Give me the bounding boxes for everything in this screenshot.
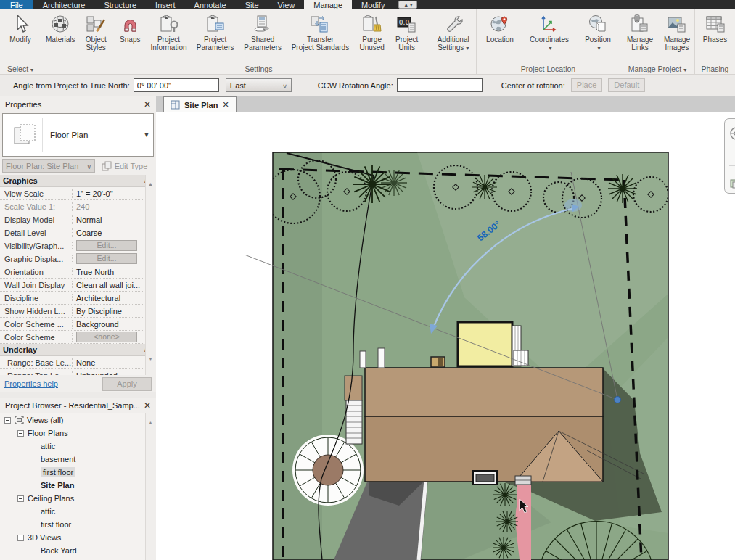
close-icon[interactable]: ✕ xyxy=(144,100,151,109)
tab-file[interactable]: File xyxy=(0,0,33,9)
property-row[interactable]: Graphic Displa...Edit... xyxy=(0,252,156,265)
property-row[interactable]: View Scale1" = 20'-0" xyxy=(0,187,156,200)
project-units-button[interactable]: 0.0 ProjectUnits xyxy=(391,11,423,64)
none-button[interactable]: <none> xyxy=(76,332,137,342)
project-information-button[interactable]: ProjectInformation xyxy=(147,11,191,64)
ccw-rotation-input[interactable] xyxy=(397,78,483,92)
purge-unused-button[interactable]: PurgeUnused xyxy=(355,11,388,64)
element-selector-combo[interactable]: Floor Plan: Site Plan xyxy=(2,159,95,173)
snaps-button[interactable]: Snaps xyxy=(115,11,145,64)
angle-true-north-input[interactable] xyxy=(134,78,219,92)
tab-site[interactable]: Site xyxy=(236,0,268,9)
tree-item-attic[interactable]: attic xyxy=(0,440,156,453)
apply-button[interactable]: Apply xyxy=(102,377,152,391)
tree-item-floor-plans[interactable]: Floor Plans xyxy=(0,427,156,440)
property-row[interactable]: OrientationTrue North xyxy=(0,265,156,279)
panel-label-manage-project[interactable]: Manage Project xyxy=(620,64,694,75)
collapse-node-icon[interactable] xyxy=(17,535,24,541)
panel-label-phasing[interactable]: Phasing xyxy=(695,64,735,75)
dropdown-caret-icon xyxy=(464,44,469,52)
viewport[interactable]: 58.00° xyxy=(156,112,735,560)
property-row[interactable]: Visibility/Graph...Edit... xyxy=(0,239,156,252)
tree-item-attic-ceiling[interactable]: attic xyxy=(0,505,156,518)
type-selector[interactable]: Floor Plan ▼ xyxy=(2,113,154,157)
tree-item-site-plan[interactable]: Site Plan xyxy=(0,479,156,492)
properties-title: Properties xyxy=(5,100,41,109)
close-view-icon[interactable]: ✕ xyxy=(222,101,229,109)
object-styles-button[interactable]: ObjectStyles xyxy=(79,11,113,64)
property-row[interactable]: Color Scheme<none> xyxy=(0,331,156,344)
graphics-section-header[interactable]: Graphics∧∧ xyxy=(0,175,156,187)
shared-parameters-button[interactable]: SharedParameters xyxy=(240,11,286,64)
position-button[interactable]: Position xyxy=(578,11,618,64)
manage-images-button[interactable]: ManageImages xyxy=(660,11,694,64)
project-parameters-button[interactable]: ProjectParameters xyxy=(192,11,238,64)
tab-modify[interactable]: Modify xyxy=(352,0,394,9)
coordinates-button[interactable]: Coordinates xyxy=(524,11,575,64)
collapse-node-icon[interactable] xyxy=(17,495,24,502)
property-row[interactable]: Display ModelNormal xyxy=(0,213,156,226)
direction-value: East xyxy=(230,81,246,90)
tree-item-3d-views[interactable]: 3D Views xyxy=(0,531,156,544)
view-tab-site-plan[interactable]: Site Plan ✕ xyxy=(163,96,237,112)
tab-manage[interactable]: Manage xyxy=(304,0,352,9)
tree-item-first-floor-ceiling[interactable]: first floor xyxy=(0,518,156,531)
tab-view[interactable]: View xyxy=(268,0,305,9)
edit-button[interactable]: Edit... xyxy=(76,253,137,264)
ribbon: Modify Select Materials ObjectS xyxy=(0,9,735,75)
property-row[interactable]: Range: Base Le...None xyxy=(0,356,156,369)
scroll-up-icon[interactable] xyxy=(148,176,153,189)
tree-item-back-yard[interactable]: Back Yard xyxy=(0,544,156,557)
property-row[interactable]: Range: Top Le...Unbounded xyxy=(0,369,156,375)
panel-select: Modify Select xyxy=(0,9,41,75)
ribbon-collapse-icon[interactable]: ▲ ▾ xyxy=(398,1,417,9)
floor-plan-view-icon xyxy=(171,100,180,110)
property-row[interactable]: Color Scheme ...Background xyxy=(0,318,156,331)
place-button[interactable]: Place xyxy=(571,78,603,92)
panel-label-project-location[interactable]: Project Location xyxy=(477,64,620,75)
properties-help-link[interactable]: Properties help xyxy=(4,379,58,388)
default-button[interactable]: Default xyxy=(608,78,645,92)
panel-label-select[interactable]: Select xyxy=(0,64,41,75)
project-information-icon xyxy=(158,12,180,36)
scroll-down-icon[interactable] xyxy=(148,350,153,363)
tab-insert[interactable]: Insert xyxy=(146,0,185,9)
tree-item-basement[interactable]: basement xyxy=(0,453,156,466)
manage-links-button[interactable]: ManageLinks xyxy=(623,11,657,64)
tab-structure[interactable]: Structure xyxy=(94,0,146,9)
edit-type-button[interactable]: Edit Type xyxy=(95,159,154,173)
site-plan-drawing: 58.00° xyxy=(156,112,735,560)
property-row[interactable]: Wall Join DisplayClean all wall joi... xyxy=(0,279,156,292)
transfer-project-standards-button[interactable]: TransferProject Standards xyxy=(287,11,353,64)
property-row[interactable]: DisciplineArchitectural xyxy=(0,292,156,305)
collapse-node-icon[interactable] xyxy=(17,430,24,437)
tree-item-views-all[interactable]: Views (all) xyxy=(0,413,156,427)
collapse-node-icon[interactable] xyxy=(4,417,11,424)
chevron-down-icon[interactable]: ▼ xyxy=(140,131,153,139)
property-row[interactable]: Show Hidden L...By Discipline xyxy=(0,305,156,318)
modify-label: Modify xyxy=(9,36,30,44)
property-row[interactable]: Detail LevelCoarse xyxy=(0,226,156,239)
phases-button[interactable]: Phases xyxy=(697,11,734,64)
browser-scrollbar[interactable] xyxy=(145,413,156,560)
navigation-bar[interactable] xyxy=(724,118,735,194)
panel-project-location: Location Coordinates Position Project Lo… xyxy=(477,9,620,75)
direction-dropdown[interactable]: East xyxy=(226,78,292,92)
tree-item-ceiling-plans[interactable]: Ceiling Plans xyxy=(0,492,156,505)
underlay-section-header[interactable]: Underlay∧∧ xyxy=(0,344,156,356)
materials-button[interactable]: Materials xyxy=(44,11,77,64)
panel-label-settings[interactable]: Settings xyxy=(41,64,476,75)
tree-item-first-floor[interactable]: first floor xyxy=(0,466,156,479)
edit-button[interactable]: Edit... xyxy=(76,240,137,251)
zoom-region-icon xyxy=(729,178,735,189)
additional-settings-button[interactable]: AdditionalSettings xyxy=(430,11,476,64)
modify-button[interactable]: Modify xyxy=(3,11,38,64)
location-globe-icon xyxy=(489,12,511,36)
chevron-down-icon xyxy=(86,162,91,170)
scroll-up-icon[interactable] xyxy=(148,414,153,427)
close-icon[interactable]: ✕ xyxy=(144,401,151,410)
tab-annotate[interactable]: Annotate xyxy=(185,0,236,9)
tab-architecture[interactable]: Architecture xyxy=(33,0,95,9)
location-button[interactable]: Location xyxy=(479,11,521,64)
properties-scrollbar[interactable] xyxy=(145,175,156,375)
